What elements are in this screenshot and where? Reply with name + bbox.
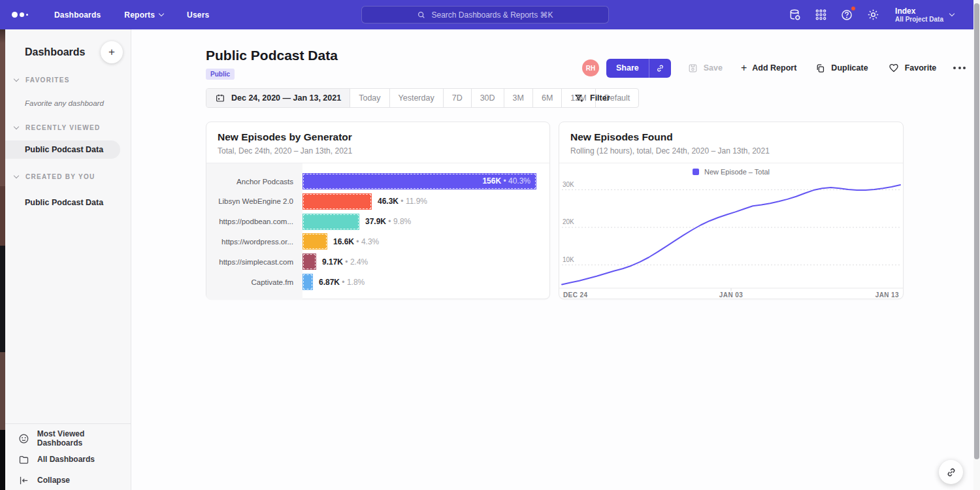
search-icon	[417, 10, 426, 20]
amplitude-logo[interactable]	[12, 12, 28, 18]
bar-row: https://podbean.com...37.9K • 9.8%	[206, 214, 549, 230]
background-window-sliver	[0, 29, 5, 490]
link-icon	[945, 466, 957, 478]
sidebar-item-public-podcast-data[interactable]: Public Podcast Data	[5, 140, 120, 159]
bar-chart-body: Anchor Podcasts156K • 40.3%Libsyn WebEng…	[206, 163, 549, 300]
all-dashboards-link[interactable]: All Dashboards	[5, 449, 131, 470]
section-favorites-label: FAVORITES	[25, 76, 70, 84]
nav-reports[interactable]: Reports	[124, 10, 163, 20]
collapse-left-icon	[18, 475, 29, 486]
bar-row: https://wordpress.or...16.6K • 4.3%	[206, 233, 549, 250]
section-created-by-you-label: CREATED BY YOU	[25, 173, 95, 180]
bar-row: Captivate.fm6.87K • 1.8%	[206, 274, 549, 290]
most-viewed-dashboards-link[interactable]: Most Viewed Dashboards	[5, 428, 131, 449]
most-viewed-dashboards-label: Most Viewed Dashboards	[37, 429, 131, 448]
svg-text:30K: 30K	[563, 181, 574, 188]
new-dashboard-button[interactable]: +	[101, 41, 123, 63]
card-new-episodes-by-generator: New Episodes by Generator Total, Dec 24t…	[206, 122, 550, 299]
nav-users[interactable]: Users	[187, 10, 209, 20]
bar-category-label: https://wordpress.or...	[206, 238, 302, 246]
range-option-30d[interactable]: 30D	[471, 89, 504, 107]
bar-category-label: https://simplecast.com	[206, 258, 302, 266]
bar-segment[interactable]	[302, 193, 372, 210]
sidebar: Dashboards + FAVORITES Favorite any dash…	[5, 29, 131, 490]
save-label: Save	[704, 63, 723, 73]
duplicate-button[interactable]: Duplicate	[815, 63, 868, 74]
more-options-button[interactable]	[953, 67, 966, 69]
add-report-label: Add Report	[752, 63, 796, 73]
floating-share-link-button[interactable]	[939, 460, 963, 484]
range-option-3m[interactable]: 3M	[504, 89, 532, 107]
bar-value-label: 9.17K • 2.4%	[322, 257, 368, 267]
share-link-button[interactable]	[649, 59, 671, 78]
card-title: New Episodes Found	[570, 131, 892, 143]
chevron-down-icon	[14, 76, 19, 82]
project-name: Index	[895, 7, 943, 16]
sidebar-item-public-podcast-data-2[interactable]: Public Podcast Data	[5, 193, 131, 212]
svg-text:DEC 24: DEC 24	[563, 291, 587, 299]
section-recently-viewed[interactable]: RECENTLY VIEWED	[5, 124, 131, 131]
chevron-down-icon	[159, 11, 164, 16]
scrollbar-thumb[interactable]	[974, 3, 979, 459]
public-badge[interactable]: Public	[206, 69, 235, 80]
card-subtitle: Rolling (12 hours), total, Dec 24th, 202…	[570, 146, 892, 155]
bar-row: https://simplecast.com9.17K • 2.4%	[206, 253, 549, 270]
range-option-yesterday[interactable]: Yesterday	[389, 89, 443, 107]
filter-button[interactable]: Filter	[574, 88, 610, 108]
page-scrollbar[interactable]	[973, 0, 980, 490]
save-icon	[687, 63, 698, 74]
share-button[interactable]: Share	[606, 59, 671, 78]
avatar[interactable]: RH	[582, 59, 599, 76]
settings-gear-icon[interactable]	[866, 8, 880, 22]
collapse-label: Collapse	[37, 476, 70, 485]
chevron-down-icon	[949, 11, 955, 16]
bar-category-label: Libsyn WebEngine 2.0	[206, 197, 302, 205]
help-icon[interactable]	[840, 8, 854, 22]
favorites-empty-text: Favorite any dashboard	[5, 99, 131, 107]
bar-value-label: 16.6K • 4.3%	[333, 237, 379, 246]
card-subtitle: Total, Dec 24th, 2020 – Jan 13th, 2021	[218, 146, 538, 155]
save-button[interactable]: Save	[687, 63, 723, 74]
svg-text:JAN 03: JAN 03	[719, 291, 743, 299]
sidebar-footer: Most Viewed Dashboards All Dashboards Co…	[5, 423, 131, 490]
collapse-sidebar-button[interactable]: Collapse	[5, 470, 131, 490]
project-subtitle: All Project Data	[895, 16, 943, 23]
duplicate-icon	[815, 63, 826, 74]
bar-row: Anchor Podcasts156K • 40.3%	[206, 173, 549, 189]
sidebar-title: Dashboards	[25, 46, 85, 58]
card-title: New Episodes by Generator	[218, 131, 538, 143]
bar-category-label: Captivate.fm	[206, 278, 302, 286]
top-nav-bar: Dashboards Reports Users Search Dashboar…	[0, 0, 973, 29]
notification-dot	[851, 6, 856, 11]
nav-dashboards[interactable]: Dashboards	[54, 10, 101, 20]
line-chart-body: New Episode – Total 10K20K30KDEC 24JAN 0…	[559, 163, 903, 300]
bar-segment[interactable]	[302, 233, 327, 250]
bar-segment[interactable]	[302, 253, 316, 270]
svg-text:JAN 13: JAN 13	[875, 291, 899, 299]
apps-grid-icon[interactable]	[814, 8, 828, 22]
bar-value-label: 37.9K • 9.8%	[365, 217, 411, 226]
main-content: Public Podcast Data Public Dec 24, 2020 …	[131, 29, 973, 490]
favorite-button[interactable]: Favorite	[888, 62, 937, 74]
bar-segment[interactable]	[302, 274, 313, 290]
range-option-7d[interactable]: 7D	[443, 89, 471, 107]
data-sources-icon[interactable]	[788, 8, 802, 22]
bar-segment[interactable]: 156K • 40.3%	[302, 173, 536, 189]
line-chart-svg[interactable]: 10K20K30KDEC 24JAN 03JAN 13	[559, 163, 903, 300]
range-option-today[interactable]: Today	[350, 89, 389, 107]
share-label: Share	[606, 63, 649, 73]
filter-funnel-icon	[574, 93, 585, 104]
add-report-button[interactable]: + Add Report	[741, 62, 796, 74]
bar-value-label: 156K • 40.3%	[482, 173, 531, 189]
plus-icon: +	[741, 62, 747, 74]
chevron-down-icon	[14, 173, 19, 178]
duplicate-label: Duplicate	[831, 63, 868, 73]
svg-text:10K: 10K	[563, 256, 574, 263]
date-range-picker[interactable]: Dec 24, 2020 — Jan 13, 2021	[206, 89, 350, 107]
section-favorites[interactable]: FAVORITES	[5, 76, 131, 84]
section-created-by-you[interactable]: CREATED BY YOU	[5, 173, 131, 180]
project-selector[interactable]: Index All Project Data	[895, 7, 954, 23]
global-search-input[interactable]: Search Dashboards & Reports ⌘K	[361, 6, 609, 24]
bar-segment[interactable]	[302, 214, 359, 230]
range-option-6m[interactable]: 6M	[532, 89, 561, 107]
